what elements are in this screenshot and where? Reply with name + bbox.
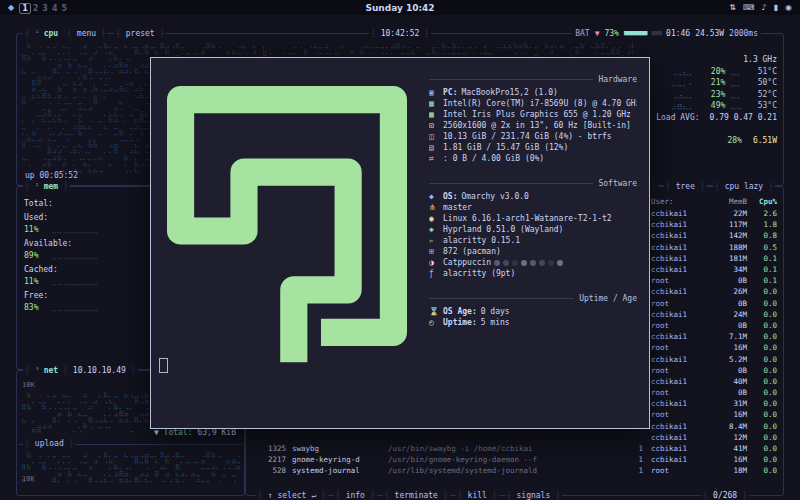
info-value: Hyprland 0.51.0 (Wayland) bbox=[443, 225, 563, 234]
volume-icon[interactable]: ♪ bbox=[762, 3, 767, 12]
proc-sort-cpu-lazy[interactable]: cpu lazy bbox=[713, 181, 775, 192]
terminal-cursor[interactable] bbox=[159, 358, 168, 373]
core-graph: ⢀⣠⣀⡀ bbox=[671, 90, 694, 99]
info-line: ƒalacritty (9pt) bbox=[429, 268, 637, 279]
system-tray: ⇅⌨♪▮◉ bbox=[729, 3, 792, 12]
gpu-icon: ▩ bbox=[429, 110, 443, 119]
font-icon: ƒ bbox=[429, 269, 443, 278]
core-temp: 52°C bbox=[747, 90, 777, 99]
section-header: ────────────────────────────────────────… bbox=[429, 293, 637, 304]
info-line: ⇄: 0 B / 4.00 GiB (0%) bbox=[429, 153, 637, 164]
cpu-power: 6.51W bbox=[753, 136, 777, 145]
cpu-core-row: ⢀⣠⣀⡀23%⣀⡀52°C bbox=[637, 89, 777, 101]
info-value: 872 (pacman) bbox=[443, 247, 501, 256]
cpu-button-menu[interactable]: menu bbox=[65, 28, 108, 39]
info-line: ◆OS:Omarchy v3.0.0 bbox=[429, 191, 637, 202]
info-label: Uptime: bbox=[443, 318, 477, 327]
info-value: master bbox=[443, 203, 472, 212]
battery-meter: ■■■■■■■ bbox=[624, 28, 647, 39]
info-value: alacritty 0.15.1 bbox=[443, 236, 520, 245]
theme-icon: ◑ bbox=[429, 258, 443, 267]
cpu-total-percent: 28% bbox=[727, 136, 741, 145]
core-percent: 21% bbox=[699, 78, 725, 87]
proc-action-signals[interactable]: signals bbox=[505, 490, 562, 500]
battery-percent: 73% bbox=[604, 28, 618, 39]
net-scale-bottom: 10K bbox=[22, 475, 35, 483]
cpu-box-buttons: menupreset bbox=[65, 28, 166, 39]
cpu-icon: ▦ bbox=[429, 99, 443, 108]
battery-power: 24.53W bbox=[695, 28, 724, 39]
theme-color-dot bbox=[539, 260, 545, 266]
net-download-total: ▼ Total: 63,9 KiB bbox=[154, 428, 236, 437]
info-line: ◫10.13 GiB / 231.74 GiB (4%) - btrfs bbox=[429, 131, 637, 142]
battery-label: BAT bbox=[575, 28, 589, 39]
cpu-total-row: 28%6.51W bbox=[637, 135, 777, 147]
kernel-icon: ◉ bbox=[429, 214, 443, 223]
workspace-3[interactable]: 3 bbox=[40, 4, 50, 13]
proc-action-info[interactable]: info bbox=[334, 490, 377, 500]
mem-meter: ⣀⣀⣀⣀⣀⣀⣀⣀ bbox=[51, 303, 98, 315]
section-header: ────────────────────────────────────────… bbox=[429, 178, 637, 189]
workspace-5[interactable]: 5 bbox=[59, 4, 69, 13]
info-line: ▦Intel(R) Core(TM) i7-8569U (8) @ 4.70 G… bbox=[429, 98, 637, 109]
power-icon[interactable]: ◉ bbox=[785, 3, 792, 12]
info-value: : 0 B / 4.00 GiB (0%) bbox=[443, 154, 544, 163]
section-title: Hardware bbox=[598, 75, 637, 84]
core-temp: 53°C bbox=[747, 101, 777, 110]
proc-action--select-[interactable]: ↑ select ↵ bbox=[256, 490, 328, 500]
battery-time: 01:46 bbox=[666, 28, 690, 39]
core-graph: ⣀⣀⡀⠄ bbox=[671, 78, 694, 87]
core-graph: ⣠⣶⣄⡀ bbox=[671, 101, 694, 110]
omarchy-logo-icon[interactable]: ◆ bbox=[8, 3, 14, 12]
keyboard-icon[interactable]: ⌨ bbox=[743, 3, 755, 12]
theme-color-dot bbox=[494, 260, 500, 266]
proc-action-kill[interactable]: kill bbox=[456, 490, 499, 500]
process-row[interactable]: 528systemd-journal/usr/lib/systemd/syste… bbox=[252, 465, 777, 476]
separator-dashes: ────────────────────────────────────────… bbox=[429, 294, 574, 303]
theme-color-dot bbox=[530, 260, 536, 266]
info-value: Omarchy v3.0.0 bbox=[461, 192, 528, 201]
process-row[interactable]: 1325swaybg/usr/bin/swaybg -i /home/ccbik… bbox=[252, 443, 777, 454]
info-value: alacritty (9pt) bbox=[443, 269, 515, 278]
os-icon: ◆ bbox=[429, 192, 443, 201]
cpu-core-table: 1.3 GHz⢀⣀⣄⡀20%⣀⡀51°C⣀⣀⡀⠄21%⣀⡀50°C⢀⣠⣀⡀23%… bbox=[637, 54, 777, 147]
theme-color-dot bbox=[512, 260, 518, 266]
core-temp-graph: ⣀⣀ bbox=[730, 101, 742, 110]
info-line: ◈Hyprland 0.51.0 (Wayland) bbox=[429, 224, 637, 235]
uptime-label: up 00:05:52 bbox=[25, 171, 78, 180]
proc-action-terminate[interactable]: terminate bbox=[383, 490, 450, 500]
workspace-2[interactable]: 2 bbox=[31, 4, 41, 13]
network-icon[interactable]: ⇅ bbox=[729, 3, 736, 12]
fastfetch-section-hardware: ────────────────────────────────────────… bbox=[429, 74, 637, 164]
net-upload-tab[interactable]: upload bbox=[23, 438, 76, 449]
net-scale-top: 10K bbox=[22, 381, 35, 389]
git-branch-icon: ⋔ bbox=[429, 203, 443, 212]
process-row[interactable]: ccbikai112M0.0 bbox=[252, 432, 777, 443]
workspace-switcher: 12345 bbox=[19, 3, 69, 13]
process-row[interactable]: 2217gnome-keyring-d/usr/bin/gnome-keyrin… bbox=[252, 454, 777, 465]
theme-color-dot bbox=[557, 260, 563, 266]
battery-icon[interactable]: ▮ bbox=[774, 3, 778, 12]
info-value: Catppuccin bbox=[443, 258, 491, 267]
info-value: 5 mins bbox=[481, 318, 510, 327]
cpu-button-preset[interactable]: preset bbox=[114, 28, 167, 39]
terminal-icon: ▹ bbox=[429, 236, 443, 245]
omarchy-ascii-logo bbox=[167, 86, 407, 376]
workspace-1[interactable]: 1 bbox=[19, 3, 31, 14]
fastfetch-section-uptime-age: ────────────────────────────────────────… bbox=[429, 293, 637, 328]
refresh-rate[interactable]: 2000ms bbox=[729, 28, 758, 39]
info-label: OS: bbox=[443, 192, 457, 201]
mem-box-title: ²mem bbox=[23, 181, 70, 192]
btop-clock: 10:42:52 bbox=[369, 28, 431, 39]
info-label: PC: bbox=[443, 88, 457, 97]
core-percent: 49% bbox=[699, 101, 725, 110]
section-header: ────────────────────────────────────────… bbox=[429, 74, 637, 85]
proc-sort-tree[interactable]: tree bbox=[664, 181, 707, 192]
theme-color-dot bbox=[548, 260, 554, 266]
net-interface-ip[interactable]: 10.10.10.49 bbox=[61, 365, 138, 376]
section-title: Uptime / Age bbox=[579, 294, 637, 303]
info-label: OS Age: bbox=[443, 307, 477, 316]
info-value: Intel(R) Core(TM) i7-8569U (8) @ 4.70 GH… bbox=[443, 99, 637, 108]
info-value: 0 days bbox=[481, 307, 510, 316]
theme-color-dot bbox=[521, 260, 527, 266]
